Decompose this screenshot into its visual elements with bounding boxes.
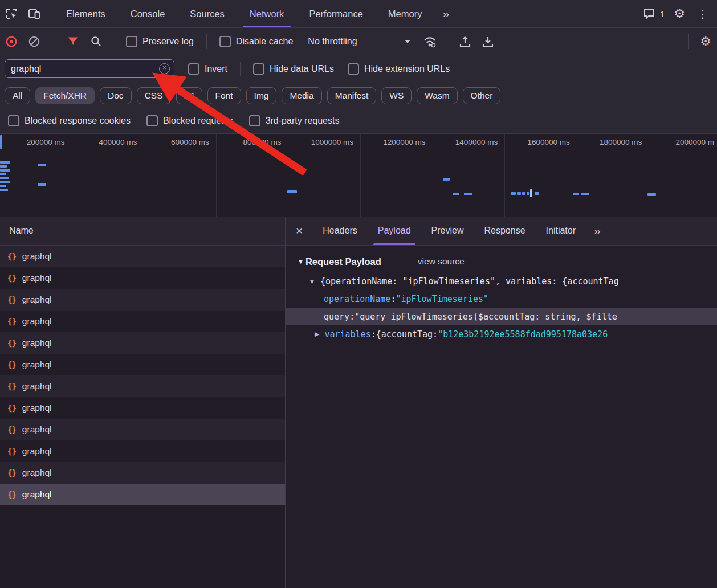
view-source-link[interactable]: view source: [418, 256, 465, 267]
hide-data-urls-checkbox[interactable]: Hide data URLs: [253, 63, 334, 75]
clear-filter-icon[interactable]: [159, 63, 170, 74]
chip-manifest[interactable]: Manifest: [327, 87, 377, 104]
inspect-element-icon[interactable]: [0, 0, 23, 27]
filter-input[interactable]: [5, 64, 159, 74]
request-timing-bar: [453, 193, 459, 195]
request-timing-bar: [517, 192, 521, 195]
request-timing-bar: [647, 193, 656, 196]
chip-wasm[interactable]: Wasm: [417, 87, 457, 104]
settings-gear-icon[interactable]: ⚙: [668, 6, 691, 21]
preserve-log-checkbox[interactable]: Preserve log: [126, 36, 194, 47]
blocked-response-cookies-checkbox[interactable]: Blocked response cookies: [8, 115, 131, 126]
payload-root-row[interactable]: ▼ {operationName: "ipFlowTimeseries", va…: [286, 272, 717, 290]
chip-all[interactable]: All: [5, 87, 30, 104]
chip-img[interactable]: Img: [246, 87, 277, 104]
request-row[interactable]: graphql: [0, 332, 285, 354]
more-details-tabs-icon[interactable]: »: [586, 224, 609, 238]
tab-response[interactable]: Response: [474, 217, 535, 245]
chip-js[interactable]: JS: [176, 87, 202, 104]
throttling-select[interactable]: No throttling: [308, 36, 410, 47]
devtools-window: Elements Console Sources Network Perform…: [0, 0, 717, 588]
request-row[interactable]: graphql: [0, 462, 285, 484]
tab-headers[interactable]: Headers: [312, 217, 367, 245]
request-details-pane: × Headers Payload Preview Response Initi…: [286, 217, 717, 588]
chip-doc[interactable]: Doc: [100, 87, 132, 104]
request-timing-bar: [0, 181, 10, 183]
close-details-icon[interactable]: ×: [286, 224, 312, 238]
json-icon: [7, 360, 16, 369]
request-list-pane: Name graphql graphql graphql graphql gra…: [0, 217, 286, 588]
payload-operation-name-row[interactable]: operationName: "ipFlowTimeseries": [286, 290, 717, 308]
record-network-log-icon[interactable]: [0, 28, 23, 55]
tab-initiator[interactable]: Initiator: [536, 217, 586, 245]
tab-preview[interactable]: Preview: [421, 217, 474, 245]
tab-payload[interactable]: Payload: [368, 217, 421, 245]
json-icon: [7, 468, 16, 477]
request-row[interactable]: graphql: [0, 440, 285, 462]
more-tabs-icon[interactable]: »: [434, 7, 457, 21]
request-timing-bar: [38, 183, 46, 186]
tab-sources[interactable]: Sources: [177, 0, 237, 27]
payload-panel: ▼ Request Payload view source ▼ {operati…: [286, 246, 717, 345]
tab-network[interactable]: Network: [237, 0, 297, 27]
tab-console[interactable]: Console: [118, 0, 178, 27]
network-conditions-icon[interactable]: [418, 28, 441, 55]
chip-media[interactable]: Media: [282, 87, 321, 104]
payload-query-row-selected[interactable]: query: "query ipFlowTimeseries($accountT…: [286, 308, 717, 325]
issues-icon[interactable]: [641, 7, 658, 20]
payload-variables-row[interactable]: ▶ variables: {accountTag: "b12e3b2192ee5…: [286, 325, 717, 343]
network-overview-timeline[interactable]: 200000 ms 400000 ms 600000 ms 800000 ms …: [0, 133, 717, 218]
hide-extension-urls-checkbox[interactable]: Hide extension URLs: [348, 63, 450, 75]
tab-memory[interactable]: Memory: [376, 0, 435, 27]
request-timing-bar: [0, 165, 7, 168]
chip-css[interactable]: CSS: [137, 87, 171, 104]
checkbox: [253, 63, 264, 75]
request-row[interactable]: graphql: [0, 246, 285, 267]
chevron-down-icon: [405, 40, 410, 43]
blocked-requests-checkbox[interactable]: Blocked requests: [146, 115, 233, 126]
request-timing-bar: [0, 189, 8, 191]
checkbox: [348, 63, 359, 75]
clear-network-log-icon[interactable]: [23, 28, 46, 55]
filter-box: [5, 59, 174, 78]
json-icon: [7, 252, 16, 261]
request-row[interactable]: graphql: [0, 289, 285, 311]
chip-other[interactable]: Other: [463, 87, 501, 104]
chip-font[interactable]: Font: [207, 87, 241, 104]
json-icon: [7, 338, 16, 348]
request-timing-bar: [535, 192, 539, 195]
checkbox: [146, 115, 158, 126]
collapse-triangle-icon[interactable]: ▼: [298, 258, 304, 265]
chip-fetch-xhr[interactable]: Fetch/XHR: [35, 87, 95, 104]
device-toolbar-icon[interactable]: [23, 0, 46, 27]
request-row[interactable]: graphql: [0, 375, 285, 397]
request-row[interactable]: graphql: [0, 267, 285, 289]
filter-funnel-icon[interactable]: [62, 28, 84, 55]
json-icon: [7, 425, 16, 434]
request-timing-bar: [0, 173, 6, 175]
request-row-selected[interactable]: graphql: [0, 484, 285, 505]
network-settings-gear-icon[interactable]: ⚙: [694, 34, 717, 49]
request-row[interactable]: graphql: [0, 354, 285, 375]
chip-ws[interactable]: WS: [381, 87, 412, 104]
kebab-menu-icon[interactable]: ⋮: [694, 7, 711, 21]
third-party-requests-checkbox[interactable]: 3rd-party requests: [249, 115, 340, 126]
json-icon: [7, 273, 16, 283]
request-row[interactable]: graphql: [0, 419, 285, 440]
request-row[interactable]: graphql: [0, 311, 285, 332]
collapsed-caret-icon: ▶: [315, 330, 319, 338]
request-timing-bar: [522, 192, 525, 195]
checkbox: [8, 115, 19, 126]
import-har-icon[interactable]: [454, 28, 476, 55]
search-icon[interactable]: [84, 28, 107, 55]
request-row[interactable]: graphql: [0, 397, 285, 419]
request-timing-bar: [287, 190, 297, 193]
tab-performance[interactable]: Performance: [296, 0, 375, 27]
disable-cache-checkbox[interactable]: Disable cache: [219, 36, 294, 47]
filter-bar: Invert Hide data URLs Hide extension URL…: [0, 55, 717, 83]
invert-checkbox[interactable]: Invert: [188, 63, 227, 75]
name-column-header[interactable]: Name: [0, 217, 285, 246]
tab-elements[interactable]: Elements: [54, 0, 118, 27]
export-har-icon[interactable]: [476, 28, 499, 55]
request-timing-bar: [0, 185, 6, 187]
